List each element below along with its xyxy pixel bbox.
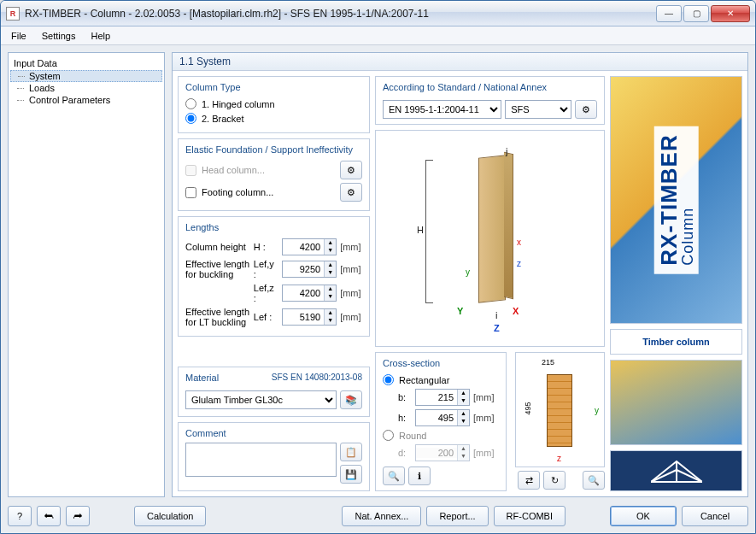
unit-H: [mm] (340, 242, 362, 252)
label-head-column: Head column... (202, 165, 265, 175)
cross-section-preview[interactable]: 215 495 y z (515, 352, 605, 467)
footing-column-settings-button[interactable]: ⚙ (340, 183, 362, 202)
input-Lefy[interactable]: ▲▼ (282, 261, 337, 278)
diagram-global-X: X (513, 306, 519, 316)
minimize-button[interactable]: — (656, 5, 682, 22)
select-national-annex[interactable]: SFS (505, 100, 571, 119)
diagram-local-y: y (466, 267, 470, 277)
calculation-button[interactable]: Calculation (134, 506, 206, 526)
label-round: Round (399, 431, 426, 441)
close-button[interactable]: ✕ (711, 5, 750, 22)
maximize-button[interactable]: ▢ (683, 5, 709, 22)
prev-button[interactable]: ⮪ (37, 506, 61, 526)
menu-help[interactable]: Help (84, 29, 117, 43)
input-Lef-field[interactable] (283, 312, 324, 322)
brand-text: RX-TIMBER Column (654, 126, 699, 273)
diagram-local-x: x (517, 238, 521, 247)
label-d: d: (398, 448, 412, 458)
group-title-column-type: Column Type (185, 82, 362, 97)
info-button[interactable]: ℹ (408, 467, 431, 485)
zoom-button[interactable]: 🔍 (383, 467, 405, 485)
label-rectangular: Rectangular (399, 375, 449, 385)
group-standard: According to Standard / National Annex E… (375, 76, 605, 125)
label-h: h: (398, 413, 412, 423)
group-title-cross-section: Cross-section (383, 358, 499, 373)
titlebar: R RX-TIMBER - Column - 2.02.0053 - [Mast… (1, 1, 755, 26)
logo-icon (651, 458, 702, 484)
sym-Lefy: Lef,y : (254, 259, 278, 279)
check-footing-column[interactable] (185, 187, 196, 198)
mini-dim-width: 215 (542, 358, 554, 367)
input-Lefy-field[interactable] (283, 264, 324, 274)
sym-Lef: Lef : (254, 312, 278, 322)
report-button[interactable]: Report... (426, 506, 488, 526)
menubar: File Settings Help (1, 26, 755, 45)
select-material[interactable]: Glulam Timber GL30c (185, 390, 337, 409)
unit-Lefz: [mm] (340, 288, 362, 298)
unit-Lefy: [mm] (340, 264, 362, 274)
select-standard-code[interactable]: EN 1995-1-1:2004-11 (383, 100, 501, 119)
tree-item-loads[interactable]: Loads (10, 82, 162, 94)
unit-d: [mm] (473, 448, 499, 458)
ok-button[interactable]: OK (610, 506, 677, 526)
radio-hinged-column[interactable] (185, 98, 196, 109)
rf-combi-button[interactable]: RF-COMBI (494, 506, 566, 526)
standard-settings-button[interactable]: ⚙ (575, 100, 597, 119)
label-footing-column: Footing column... (202, 187, 273, 197)
group-column-type: Column Type 1. Hinged column 2. Bracket (178, 76, 370, 133)
diagram-local-z: z (517, 259, 521, 268)
unit-h: [mm] (473, 413, 499, 423)
view-mode-1-button[interactable]: ⇄ (518, 471, 540, 490)
comment-textarea[interactable] (185, 443, 337, 477)
group-title-lengths: Lengths (185, 222, 362, 237)
nat-annex-button[interactable]: Nat. Annex... (342, 506, 421, 526)
label-bracket: 2. Bracket (202, 114, 244, 124)
group-title-comment: Comment (185, 428, 362, 443)
label-eff-buckling: Effective length for buckling (185, 259, 250, 279)
input-Lefz[interactable]: ▲▼ (282, 285, 337, 302)
material-library-button[interactable]: 📚 (340, 390, 362, 409)
menu-file[interactable]: File (4, 29, 33, 43)
radio-round[interactable] (383, 430, 394, 441)
help-button[interactable]: ? (8, 506, 32, 526)
column-3d-viewer[interactable]: H j i x y z X Y Z (375, 130, 605, 347)
app-icon: R (6, 7, 20, 21)
radio-rectangular[interactable] (383, 374, 394, 385)
input-Lef[interactable]: ▲▼ (282, 308, 337, 326)
input-H[interactable]: ▲▼ (282, 238, 337, 255)
brand-image (610, 360, 742, 445)
head-column-settings-button[interactable]: ⚙ (340, 161, 362, 179)
tree-item-system[interactable]: System (10, 70, 162, 82)
material-standard: SFS EN 14080:2013-08 (272, 373, 362, 387)
tree-item-control-parameters[interactable]: Control Parameters (10, 94, 162, 106)
diagram-H-label: H (417, 225, 424, 235)
input-b-field[interactable] (416, 392, 457, 402)
radio-bracket[interactable] (185, 113, 196, 124)
comment-save-button[interactable]: 💾 (340, 465, 362, 484)
input-H-field[interactable] (283, 242, 324, 252)
brand-panel: RX-TIMBER Column (610, 76, 742, 324)
mini-axis-z: z (557, 454, 561, 463)
group-lengths: Lengths Column height H : ▲▼ [mm] Effect… (178, 216, 370, 337)
column-sketch: H j i x y z X Y Z (384, 139, 595, 337)
comment-pick-button[interactable]: 📋 (340, 443, 362, 461)
view-mode-2-button[interactable]: ↻ (543, 471, 566, 490)
menu-settings[interactable]: Settings (35, 29, 83, 43)
view-search-button[interactable]: 🔍 (583, 471, 605, 490)
input-d-field (416, 448, 457, 458)
input-b[interactable]: ▲▼ (415, 389, 470, 406)
label-hinged-column: 1. Hinged column (202, 99, 275, 109)
group-title-material: Material (185, 373, 219, 387)
input-h-field[interactable] (416, 413, 457, 423)
unit-Lef: [mm] (340, 312, 362, 322)
label-column-height: Column height (185, 242, 250, 252)
input-Lefz-field[interactable] (283, 288, 324, 298)
input-h[interactable]: ▲▼ (415, 409, 470, 426)
check-head-column (185, 165, 196, 176)
section-heading: 1.1 System (173, 53, 747, 71)
next-button[interactable]: ⮫ (66, 506, 90, 526)
nav-tree: Input Data System Loads Control Paramete… (8, 52, 165, 497)
tree-root[interactable]: Input Data (10, 56, 162, 70)
cancel-button[interactable]: Cancel (682, 506, 748, 526)
group-title-elastic: Elastic Foundation / Support Ineffectivi… (185, 144, 362, 159)
